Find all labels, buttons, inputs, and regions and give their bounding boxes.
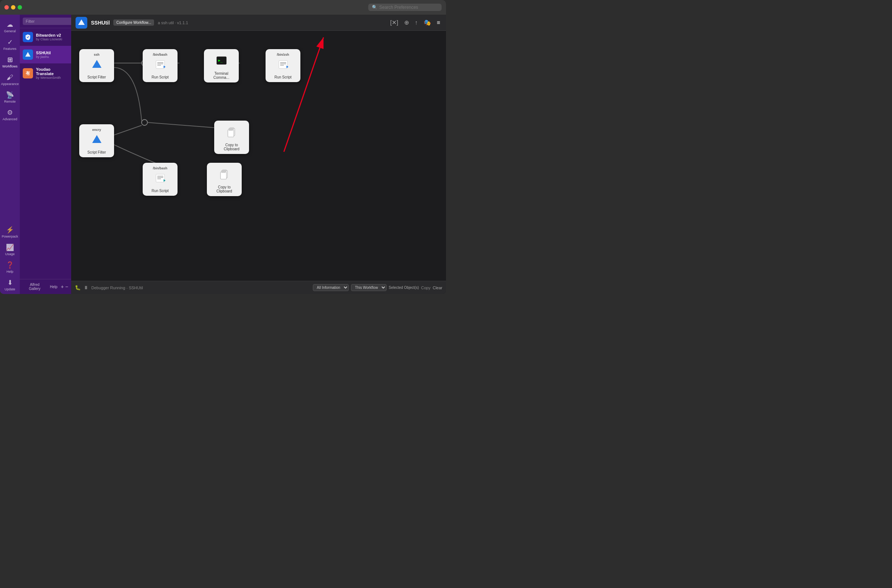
sidebar-item-help[interactable]: ❓ Help: [0, 259, 20, 276]
search-icon: 🔍: [372, 5, 377, 10]
youdao-author: by WensonSmith: [36, 76, 68, 80]
encry-icon: [90, 133, 104, 149]
canvas-area: SSHUtil Configure Workflow... a ssh util…: [71, 15, 446, 294]
debugger-bar: 🐛 ⏸ Debugger Running - SSHUtil All Infor…: [71, 281, 446, 294]
node-label: Run Script: [152, 189, 169, 193]
sshutil-icon: [23, 50, 33, 60]
workflow-list-panel: ⊕ Bitwarden v2 by Claas Lisowski: [20, 15, 71, 294]
node-run-script-bash2[interactable]: /bin/bash Run Script: [143, 163, 177, 196]
node-label: Run Script: [152, 75, 169, 79]
svg-line-9: [147, 123, 218, 128]
workflow-title: SSHUtil: [91, 20, 110, 26]
copy-button[interactable]: Copy: [421, 286, 431, 290]
bitwarden-name: Bitwarden v2: [36, 33, 62, 38]
sidebar-label-advanced: Advanced: [3, 117, 17, 121]
svg-rect-44: [221, 172, 226, 179]
search-preferences[interactable]: 🔍: [368, 4, 441, 11]
sidebar-item-powerpack[interactable]: ⚡ Powerpack: [0, 224, 20, 241]
bitwarden-icon: [23, 32, 33, 42]
sidebar-label-remote: Remote: [4, 100, 16, 104]
filter-bar: ⊕: [20, 15, 71, 28]
debugger-play-button[interactable]: ⏸: [84, 285, 89, 290]
debugger-icon: 🐛: [75, 285, 81, 290]
run-script-bash2-icon: [154, 171, 167, 188]
minimize-button[interactable]: [11, 5, 15, 9]
youdao-name: Youdao Translate: [36, 67, 68, 76]
check-icon: ✓: [8, 39, 13, 45]
workflow-help-button[interactable]: Help: [48, 284, 59, 290]
workflow-items: Bitwarden v2 by Claas Lisowski SSHUtil b…: [20, 28, 71, 279]
workflow-item-sshutil[interactable]: SSHUtil by jiashu: [20, 46, 71, 63]
remote-icon: 📡: [6, 92, 14, 98]
configure-workflow-button[interactable]: Configure Workflow...: [113, 20, 154, 26]
sidebar-item-advanced[interactable]: ⚙ Advanced: [0, 106, 20, 124]
node-header: /bin/bash: [153, 166, 168, 170]
clear-button[interactable]: Clear: [433, 286, 442, 290]
sidebar-label-workflows: Workflows: [2, 64, 17, 68]
user-icon-button[interactable]: 🎭: [422, 18, 432, 27]
export-button[interactable]: ↑: [413, 18, 419, 27]
node-terminal-command[interactable]: ▶_ Terminal Comma...: [204, 49, 239, 82]
advanced-icon: ⚙: [7, 109, 13, 116]
sidebar-item-remote[interactable]: 📡 Remote: [0, 89, 20, 106]
script-filter-icon: [90, 58, 104, 74]
sidebar-label-help: Help: [7, 270, 14, 273]
workflow-subtitle: a ssh util · v1.1.1: [158, 21, 188, 25]
cloud-icon: ☁: [7, 21, 13, 28]
sidebar-label-general: General: [4, 29, 16, 33]
sidebar-item-update[interactable]: ⬇ Update: [0, 276, 20, 294]
node-label: Run Script: [274, 75, 291, 79]
selected-objects-label: Selected Object(s): [389, 286, 419, 290]
paint-icon: 🖌: [7, 74, 13, 81]
close-button[interactable]: [5, 5, 9, 9]
svg-point-7: [141, 120, 147, 125]
search-input[interactable]: [379, 5, 438, 10]
add-workflow-button[interactable]: +: [61, 284, 64, 290]
canvas-toolbar: [✕] ⊕ ↑ 🎭 ≡: [389, 18, 441, 27]
remove-workflow-button[interactable]: −: [65, 284, 68, 290]
node-header: encry: [92, 128, 101, 132]
clipboard2-icon: [218, 168, 231, 184]
sidebar-item-workflows[interactable]: ⊞ Workflows: [0, 54, 20, 71]
workflow-item-bitwarden[interactable]: Bitwarden v2 by Claas Lisowski: [20, 28, 71, 46]
svg-rect-45: [221, 171, 226, 172]
debugger-filter: All Information This Workflow Selected O…: [313, 284, 442, 291]
filter-input[interactable]: [23, 18, 79, 25]
sidebar-item-features[interactable]: ✓ Features: [0, 36, 20, 54]
node-copy-clipboard-2[interactable]: Copy to Clipboard: [207, 163, 242, 196]
node-encry-script-filter[interactable]: encry Script Filter: [79, 124, 114, 157]
info-filter-select[interactable]: All Information: [313, 284, 349, 291]
sidebar-label-usage: Usage: [5, 252, 15, 256]
main-layout: ☁ General ✓ Features ⊞ Workflows 🖌 Appea…: [0, 15, 446, 294]
node-ssh-script-filter[interactable]: ssh Script Filter: [79, 49, 114, 82]
sidebar-label-appearance: Appearance: [1, 82, 19, 86]
gallery-button[interactable]: Alfred Gallery: [23, 282, 47, 292]
node-run-script-zsh[interactable]: /bin/zsh Run Script: [266, 49, 300, 82]
sidebar-item-usage[interactable]: 📈 Usage: [0, 241, 20, 259]
run-script-icon: [154, 58, 167, 74]
workflow-item-youdao[interactable]: 有 Youdao Translate by WensonSmith: [20, 63, 71, 83]
titlebar: 🔍: [0, 0, 446, 15]
debugger-status: Debugger Running - SSHUtil: [91, 286, 143, 290]
node-run-script-bash[interactable]: /bin/bash Run Script: [143, 49, 177, 82]
grid-icon: ⊞: [8, 57, 13, 63]
canvas-header: SSHUtil Configure Workflow... a ssh util…: [71, 15, 446, 31]
sidebar-item-appearance[interactable]: 🖌 Appearance: [0, 71, 20, 89]
menu-button[interactable]: ≡: [435, 18, 441, 27]
svg-rect-23: [279, 60, 287, 69]
debug-icon-button[interactable]: [✕]: [389, 18, 400, 27]
node-header: ssh: [94, 53, 100, 57]
run-script-zsh-icon: [276, 58, 290, 74]
node-label: Script Filter: [87, 75, 106, 79]
workflow-filter-select[interactable]: This Workflow: [351, 284, 387, 291]
add-object-button[interactable]: ⊕: [403, 18, 410, 27]
clipboard-icon: [225, 126, 239, 141]
svg-marker-0: [25, 52, 30, 57]
node-copy-clipboard-1[interactable]: Copy to Clipboard: [214, 121, 249, 154]
node-label: Copy to Clipboard: [217, 143, 246, 151]
sshutil-name: SSHUtil: [36, 51, 51, 55]
maximize-button[interactable]: [18, 5, 22, 9]
sidebar: ☁ General ✓ Features ⊞ Workflows 🖌 Appea…: [0, 15, 20, 294]
sidebar-item-general[interactable]: ☁ General: [0, 18, 20, 36]
sidebar-label-update: Update: [5, 287, 15, 291]
